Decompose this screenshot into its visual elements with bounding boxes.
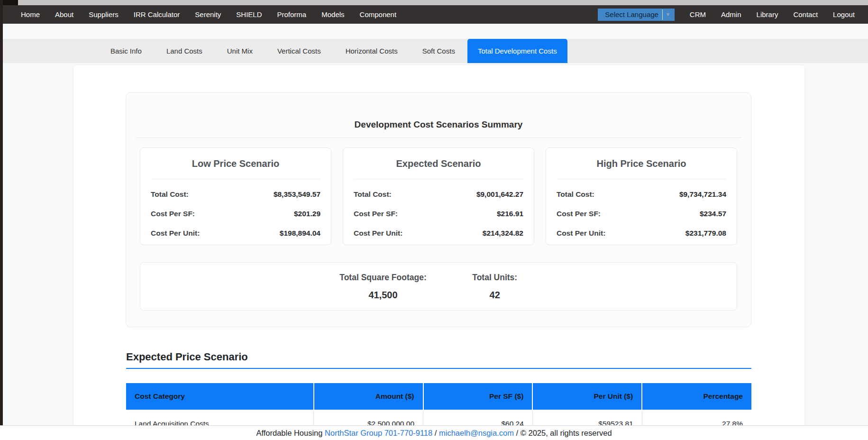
tab-land-costs[interactable]: Land Costs	[154, 39, 215, 63]
metric-row-total-cost: Total Cost: $9,001,642.27	[354, 190, 523, 199]
summary-divider	[136, 138, 741, 138]
expected-scenario-heading: Expected Price Scenario	[126, 351, 751, 363]
metric-row-total-cost: Total Cost: $9,734,721.34	[557, 190, 726, 199]
content-card: Development Cost Scenarios Summary Low P…	[73, 65, 804, 440]
navbar-left-group: Home About Suppliers IRR Calculator Sere…	[0, 10, 404, 18]
project-totals-card: Total Square Footage: 41,500 Total Units…	[140, 262, 737, 311]
metric-value: $9,001,642.27	[476, 190, 523, 199]
metric-label: Cost Per SF:	[151, 210, 195, 218]
main-navbar: Home About Suppliers IRR Calculator Sere…	[0, 5, 868, 24]
nav-item-about[interactable]: About	[47, 10, 81, 18]
scenario-divider	[557, 179, 726, 179]
nav-item-home[interactable]: Home	[13, 10, 47, 18]
window-left-edge	[0, 0, 3, 425]
scenario-title: Low Price Scenario	[151, 158, 320, 169]
total-square-footage-block: Total Square Footage: 41,500	[339, 273, 426, 310]
scenario-card-expected: Expected Scenario Total Cost: $9,001,642…	[343, 147, 534, 245]
total-square-footage-label: Total Square Footage:	[339, 273, 426, 283]
nav-item-shield[interactable]: SHIELD	[228, 10, 269, 18]
metric-value: $201.29	[294, 210, 320, 218]
metric-row-cost-per-sf: Cost Per SF: $234.57	[557, 210, 726, 218]
nav-item-component[interactable]: Component	[352, 10, 404, 18]
tab-vertical-costs[interactable]: Vertical Costs	[265, 39, 333, 63]
nav-item-irr-calculator[interactable]: IRR Calculator	[126, 10, 188, 18]
tab-total-development-costs[interactable]: Total Development Costs	[467, 39, 567, 63]
summary-title: Development Cost Scenarios Summary	[126, 93, 751, 130]
metric-value: $216.91	[497, 210, 523, 218]
scenario-card-low: Low Price Scenario Total Cost: $8,353,54…	[140, 147, 331, 245]
nav-item-suppliers[interactable]: Suppliers	[81, 10, 126, 18]
metric-label: Total Cost:	[151, 190, 189, 199]
scenario-divider	[354, 179, 523, 179]
footer-phone-link[interactable]: NorthStar Group 701-770-9118	[325, 429, 432, 438]
footer-separator: /	[432, 429, 439, 438]
metric-value: $8,353,549.57	[274, 190, 320, 199]
total-units-block: Total Units: 42	[452, 273, 538, 310]
footer-prefix: Affordable Housing	[256, 429, 325, 438]
table-header-row: Cost Category Amount ($) Per SF ($) Per …	[126, 383, 751, 410]
scenario-card-high: High Price Scenario Total Cost: $9,734,7…	[546, 147, 737, 245]
nav-item-library[interactable]: Library	[749, 10, 786, 18]
navbar-right-group: Select Language ▼ CRM Admin Library Cont…	[598, 9, 868, 21]
nav-item-models[interactable]: Models	[314, 10, 352, 18]
column-header-per-sf: Per SF ($)	[423, 383, 533, 410]
scenario-title: High Price Scenario	[557, 158, 726, 169]
tab-horizontal-costs[interactable]: Horizontal Costs	[333, 39, 410, 63]
language-selector-divider	[662, 9, 663, 20]
metric-value: $231,779.08	[685, 229, 726, 238]
metric-row-cost-per-sf: Cost Per SF: $216.91	[354, 210, 523, 218]
metric-row-cost-per-unit: Cost Per Unit: $198,894.04	[151, 229, 320, 238]
metric-row-cost-per-sf: Cost Per SF: $201.29	[151, 210, 320, 218]
metric-label: Cost Per Unit:	[151, 229, 200, 238]
metric-row-cost-per-unit: Cost Per Unit: $214,324.82	[354, 229, 523, 238]
nav-item-proforma[interactable]: Proforma	[270, 10, 314, 18]
column-header-percentage: Percentage	[642, 383, 751, 410]
expected-scenario-underline	[126, 368, 751, 369]
metric-label: Cost Per Unit:	[557, 229, 605, 238]
language-selector-label: Select Language	[605, 10, 658, 18]
nav-item-crm[interactable]: CRM	[682, 10, 713, 18]
metric-value: $234.57	[700, 210, 726, 218]
nav-item-contact[interactable]: Contact	[786, 10, 825, 18]
footer-email-link[interactable]: michaelh@nsgia.com	[439, 429, 514, 438]
column-header-amount: Amount ($)	[314, 383, 423, 410]
metric-label: Cost Per Unit:	[354, 229, 402, 238]
scenario-title: Expected Scenario	[354, 158, 523, 169]
column-header-cost-category: Cost Category	[126, 383, 314, 410]
nav-item-logout[interactable]: Logout	[825, 10, 862, 18]
total-units-label: Total Units:	[452, 273, 538, 283]
metric-label: Cost Per SF:	[354, 210, 398, 218]
scenarios-summary-panel: Development Cost Scenarios Summary Low P…	[126, 92, 751, 327]
metric-value: $198,894.04	[280, 229, 320, 238]
total-units-value: 42	[452, 290, 538, 301]
tab-basic-info[interactable]: Basic Info	[98, 39, 154, 63]
metric-label: Total Cost:	[557, 190, 594, 199]
column-header-per-unit: Per Unit ($)	[532, 383, 642, 410]
total-square-footage-value: 41,500	[339, 290, 426, 301]
scenario-cards-row: Low Price Scenario Total Cost: $8,353,54…	[140, 147, 737, 245]
nav-item-admin[interactable]: Admin	[713, 10, 749, 18]
chevron-down-icon: ▼	[666, 12, 670, 17]
metric-row-total-cost: Total Cost: $8,353,549.57	[151, 190, 320, 199]
tab-unit-mix[interactable]: Unit Mix	[215, 39, 265, 63]
footer-copyright: / © 2025, all rights reserved	[514, 429, 612, 438]
proforma-tabbar: Basic Info Land Costs Unit Mix Vertical …	[0, 39, 868, 63]
metric-row-cost-per-unit: Cost Per Unit: $231,779.08	[557, 229, 726, 238]
metric-value: $214,324.82	[483, 229, 523, 238]
window-top-strip	[0, 0, 868, 5]
nav-item-serenity[interactable]: Serenity	[187, 10, 228, 18]
metric-label: Total Cost:	[354, 190, 392, 199]
page-footer: Affordable Housing NorthStar Group 701-7…	[0, 425, 868, 440]
language-selector[interactable]: Select Language ▼	[598, 9, 675, 21]
scenario-divider	[151, 179, 320, 179]
metric-value: $9,734,721.34	[679, 190, 726, 199]
tab-soft-costs[interactable]: Soft Costs	[410, 39, 467, 63]
metric-label: Cost Per SF:	[557, 210, 601, 218]
